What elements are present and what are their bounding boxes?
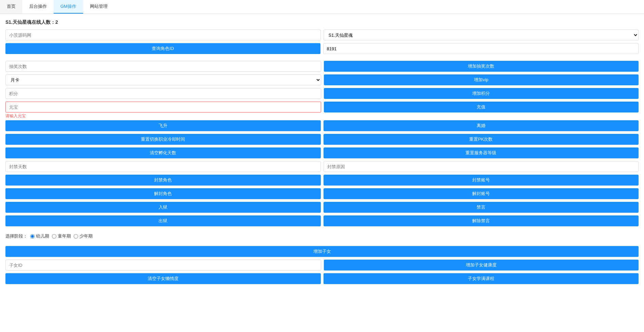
add-gold-button[interactable]: 充值 [324, 102, 639, 112]
ban-row: 封禁角色 封禁账号 [5, 175, 639, 186]
mute-button[interactable]: 禁言 [324, 202, 639, 213]
reset-pk-button[interactable]: 重置PK次数 [324, 134, 639, 145]
draw-input[interactable] [5, 61, 321, 72]
ban-role-button[interactable]: 封禁角色 [5, 175, 321, 186]
stage-radio-infant[interactable] [30, 234, 35, 239]
server-selector-row: S1.天仙星魂 [5, 30, 639, 40]
release-unmute-row: 出狱 解除禁言 [5, 215, 639, 226]
stage-radio-child[interactable] [52, 234, 56, 239]
gold-error-text: 请输入元宝 [5, 113, 639, 119]
jail-button[interactable]: 入狱 [5, 202, 321, 213]
stage-option-infant[interactable]: 幼儿期 [30, 233, 49, 239]
ban-account-button[interactable]: 封禁账号 [324, 175, 639, 186]
child-health-row: 增加子女健康度 [5, 260, 639, 270]
ban-inputs-row [5, 161, 639, 172]
page-title: S1.天仙星魂在线人数：2 [5, 19, 639, 25]
stage-option-teen-label: 少年期 [79, 233, 93, 239]
query-role-row: 查询角色ID [5, 43, 639, 54]
divorce-button[interactable]: 离婚 [324, 120, 639, 131]
reset-row1: 重置切换职业冷却时间 重置PK次数 [5, 134, 639, 145]
clear-child-laziness-button[interactable]: 清空子女懒惰度 [5, 273, 321, 284]
release-button[interactable]: 出狱 [5, 215, 321, 226]
draw-row: 增加抽奖次数 [5, 61, 639, 72]
stage-option-infant-label: 幼儿期 [36, 233, 49, 239]
server-dropdown[interactable]: S1.天仙星魂 [324, 30, 639, 40]
unmute-button[interactable]: 解除禁言 [324, 215, 639, 226]
flyup-divorce-row: 飞升 离婚 [5, 120, 639, 131]
tab-gm[interactable]: GM操作 [54, 0, 83, 14]
child-id-input[interactable] [5, 260, 321, 270]
query-role-id-button[interactable]: 查询角色ID [5, 43, 320, 54]
stage-selection-row: 选择阶段： 幼儿期 童年期 少年期 [5, 233, 639, 239]
add-child-health-button[interactable]: 增加子女健康度 [324, 260, 639, 270]
stage-label: 选择阶段： [5, 233, 27, 239]
jail-mute-row: 入狱 禁言 [5, 202, 639, 213]
fly-up-button[interactable]: 飞升 [5, 120, 321, 131]
child-bottom-row: 清空子女懒惰度 子女学满课程 [5, 273, 639, 284]
unban-account-button[interactable]: 解封账号 [324, 188, 639, 199]
role-id-value[interactable] [323, 43, 639, 54]
points-row: 增加积分 [5, 88, 639, 99]
add-child-button[interactable]: 增加子女 [5, 246, 639, 257]
tab-bar: 首页 后台操作 GM操作 网站管理 [0, 0, 644, 14]
tab-website[interactable]: 网站管理 [83, 0, 114, 14]
reset-job-cd-button[interactable]: 重置切换职业冷却时间 [5, 134, 321, 145]
unban-role-button[interactable]: 解封角色 [5, 188, 321, 199]
tab-home[interactable]: 首页 [0, 0, 22, 14]
vip-row: 月卡 增加vip [5, 74, 639, 85]
stage-radio-teen[interactable] [74, 234, 78, 239]
unban-row: 解封角色 解封账号 [5, 188, 639, 199]
reset-server-level-button[interactable]: 重置服务器等级 [324, 147, 639, 158]
stage-option-teen[interactable]: 少年期 [74, 233, 93, 239]
main-content: S1.天仙星魂在线人数：2 S1.天仙星魂 查询角色ID 增加抽奖次数 月卡 增… [0, 14, 644, 332]
gold-input[interactable] [5, 102, 321, 112]
child-course-button[interactable]: 子女学满课程 [324, 273, 639, 284]
add-child-row: 增加子女 [5, 246, 639, 257]
points-input[interactable] [5, 88, 321, 99]
reset-row2: 清空孵化天数 重置服务器等级 [5, 147, 639, 158]
gold-row: 充值 [5, 102, 639, 112]
tab-backend[interactable]: 后台操作 [22, 0, 54, 14]
ban-reason-input[interactable] [324, 161, 639, 172]
ban-days-input[interactable] [5, 161, 321, 172]
stage-option-child-label: 童年期 [58, 233, 71, 239]
vip-select[interactable]: 月卡 [5, 74, 321, 85]
clear-hatch-button[interactable]: 清空孵化天数 [5, 147, 321, 158]
stage-option-child[interactable]: 童年期 [52, 233, 71, 239]
add-points-button[interactable]: 增加积分 [324, 88, 639, 99]
server-search-input[interactable] [5, 30, 321, 40]
add-vip-button[interactable]: 增加vip [324, 74, 639, 85]
add-draw-button[interactable]: 增加抽奖次数 [324, 61, 639, 72]
